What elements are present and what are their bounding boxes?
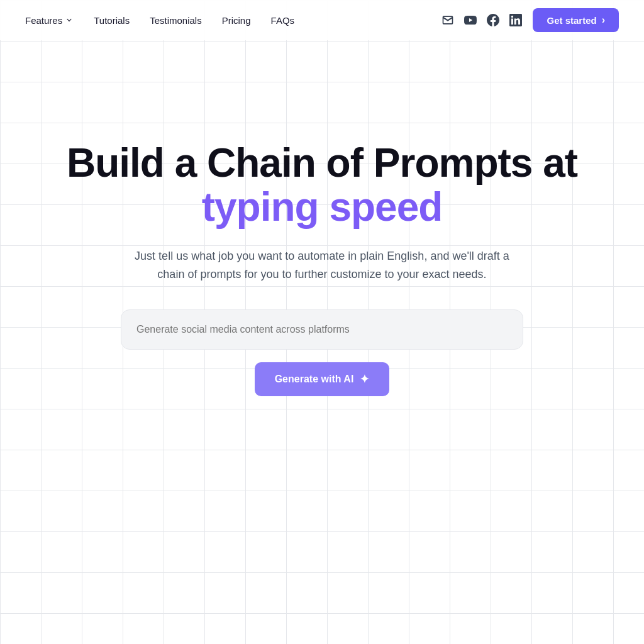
get-started-button[interactable]: Get started › — [533, 8, 619, 32]
wand-icon: ✦ — [360, 372, 369, 386]
email-icon[interactable] — [441, 13, 455, 27]
nav-right: Get started › — [441, 8, 619, 32]
nav-faqs-link[interactable]: FAQs — [271, 15, 295, 26]
facebook-icon[interactable] — [486, 13, 500, 27]
hero-title: Build a Chain of Prompts at typing speed — [39, 141, 605, 230]
arrow-right-icon: › — [602, 14, 605, 26]
nav-links: Features Tutorials Testimonials Pricing … — [25, 15, 294, 26]
nav-features-link[interactable]: Features — [25, 15, 74, 26]
youtube-icon[interactable] — [464, 13, 477, 27]
linkedin-icon[interactable] — [509, 13, 523, 27]
prompt-input[interactable] — [121, 309, 523, 350]
hero-section: Build a Chain of Prompts at typing speed… — [0, 40, 644, 447]
nav-pricing-link[interactable]: Pricing — [222, 15, 251, 26]
navbar: Features Tutorials Testimonials Pricing … — [0, 0, 644, 40]
nav-testimonials-link[interactable]: Testimonials — [150, 15, 202, 26]
nav-tutorials-link[interactable]: Tutorials — [94, 15, 130, 26]
hero-subtitle: Just tell us what job you want to automa… — [127, 247, 517, 284]
generate-button[interactable]: Generate with AI ✦ — [255, 362, 390, 396]
chevron-down-icon — [65, 16, 74, 25]
social-icons — [441, 13, 523, 27]
